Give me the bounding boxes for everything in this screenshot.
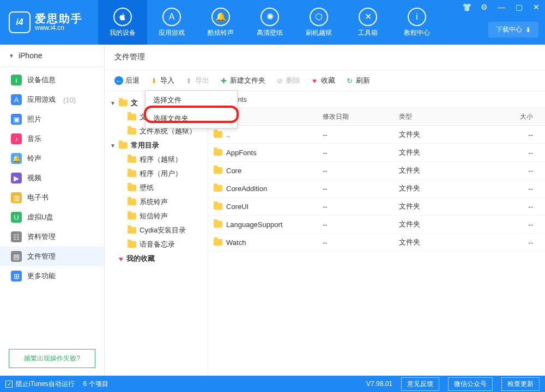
file-type: 文件夹 bbox=[393, 144, 502, 161]
tree-common[interactable]: ▼常用目录 bbox=[107, 138, 205, 152]
sidebar-item-photos[interactable]: ▣照片 bbox=[0, 109, 104, 129]
sidebar-item-music[interactable]: ♪音乐 bbox=[0, 129, 104, 149]
sidebar-item-udisk[interactable]: U虚拟U盘 bbox=[0, 207, 104, 227]
itunes-toggle[interactable]: ✓阻止iTunes自动运行 bbox=[5, 379, 75, 389]
tb-label: 刷新 bbox=[356, 76, 370, 85]
nav-ringtones[interactable]: 🔔 酷炫铃声 bbox=[196, 0, 245, 45]
troubleshoot-link[interactable]: 频繁出现操作失败? bbox=[9, 349, 95, 368]
tree-label: 常用目录 bbox=[131, 140, 159, 150]
table-row[interactable]: CoreAddition--文件夹-- bbox=[208, 180, 545, 198]
table-row[interactable]: ..--文件夹-- bbox=[208, 126, 545, 144]
tb-label: 后退 bbox=[125, 76, 140, 85]
nav-flash[interactable]: ⬡ 刷机越狱 bbox=[294, 0, 343, 45]
file-size: -- bbox=[502, 199, 545, 215]
sidebar-item-more[interactable]: ⊞更多功能 bbox=[0, 266, 104, 286]
nav-wallpapers[interactable]: ✺ 高清壁纸 bbox=[245, 0, 294, 45]
path-bar[interactable]: brary/Fonts bbox=[208, 91, 545, 108]
tree-item[interactable]: 程序（越狱） bbox=[107, 152, 205, 167]
tree-item[interactable]: 短信铃声 bbox=[107, 209, 205, 223]
sidebar-item-data[interactable]: ☷资料管理 bbox=[0, 227, 104, 247]
window-controls: 👕 ⚙ — ▢ ✕ bbox=[458, 0, 545, 14]
table-row[interactable]: LanguageSupport--文件夹-- bbox=[208, 216, 545, 234]
file-size: -- bbox=[502, 217, 545, 232]
back-button[interactable]: ←后退 bbox=[114, 76, 140, 85]
minimize-button[interactable]: — bbox=[493, 0, 510, 14]
export-button[interactable]: ⬆导出 bbox=[184, 76, 209, 85]
folder-icon bbox=[128, 156, 136, 163]
sidebar-item-apps[interactable]: A应用游戏(10) bbox=[0, 90, 104, 109]
newfolder-button[interactable]: ✚新建文件夹 bbox=[219, 76, 265, 85]
sidebar-item-label: 文件管理 bbox=[27, 252, 56, 261]
download-icon: ⬇ bbox=[525, 26, 531, 34]
col-type[interactable]: 类型 bbox=[393, 108, 502, 125]
heart-icon: ♥ bbox=[119, 255, 123, 263]
sidebar-item-label: 应用游戏 bbox=[27, 95, 56, 105]
file-date: -- bbox=[317, 127, 393, 143]
folder-icon bbox=[214, 185, 222, 192]
nav-tutorial[interactable]: i 教程中心 bbox=[392, 0, 441, 45]
tree-item[interactable]: 壁纸 bbox=[107, 181, 205, 195]
sidebar-item-label: 设备信息 bbox=[27, 75, 56, 85]
device-selector[interactable]: ▼ iPhone bbox=[0, 45, 104, 67]
tb-label: 收藏 bbox=[321, 76, 335, 85]
tree-item[interactable]: 系统铃声 bbox=[107, 195, 205, 209]
wechat-button[interactable]: 微信公众号 bbox=[448, 377, 493, 391]
maximize-button[interactable]: ▢ bbox=[510, 0, 528, 14]
sidebar-item-ebooks[interactable]: ▥电子书 bbox=[0, 188, 104, 207]
folder-icon bbox=[119, 100, 128, 106]
table-row[interactable]: CoreUI--文件夹-- bbox=[208, 198, 545, 216]
tree-item[interactable]: 程序（用户） bbox=[107, 167, 205, 181]
flash-icon: ⬡ bbox=[310, 8, 328, 26]
popup-select-file[interactable]: 选择文件 bbox=[146, 91, 237, 109]
sidebar-item-ringtones[interactable]: 🔔铃声 bbox=[0, 149, 104, 168]
sidebar-item-deviceinfo[interactable]: i设备信息 bbox=[0, 70, 104, 90]
popup-select-folder[interactable]: 选择文件夹 bbox=[146, 109, 237, 128]
table-row[interactable]: AppFonts--文件夹-- bbox=[208, 144, 545, 162]
file-name: Core bbox=[226, 167, 241, 175]
folder-icon bbox=[128, 114, 136, 120]
download-center-button[interactable]: 下载中心 ⬇ bbox=[488, 22, 538, 38]
nav-label: 酷炫铃声 bbox=[208, 28, 234, 38]
file-date: -- bbox=[317, 235, 393, 250]
close-button[interactable]: ✕ bbox=[528, 0, 545, 14]
tree-favorites[interactable]: ♥我的收藏 bbox=[107, 252, 205, 266]
table-row[interactable]: Watch--文件夹-- bbox=[208, 234, 545, 252]
checkbox-icon: ✓ bbox=[5, 381, 13, 388]
file-date: -- bbox=[317, 217, 393, 232]
settings-icon[interactable]: ⚙ bbox=[475, 0, 493, 14]
nav-apps[interactable]: A 应用游戏 bbox=[147, 0, 196, 45]
file-type: 文件夹 bbox=[393, 198, 502, 215]
update-button[interactable]: 检查更新 bbox=[501, 377, 540, 391]
col-date[interactable]: 修改日期 bbox=[317, 108, 393, 125]
favorite-button[interactable]: ♥收藏 bbox=[310, 76, 335, 85]
folder-icon bbox=[128, 128, 136, 134]
nav-toolbox[interactable]: ✕ 工具箱 bbox=[343, 0, 392, 45]
table-row[interactable]: Core--文件夹-- bbox=[208, 162, 545, 180]
tree-item[interactable]: 语音备忘录 bbox=[107, 237, 205, 252]
skin-icon[interactable]: 👕 bbox=[458, 0, 475, 14]
tree-label: 语音备忘录 bbox=[140, 240, 175, 249]
newfolder-icon: ✚ bbox=[219, 76, 228, 85]
sidebar-item-files[interactable]: ▤文件管理 bbox=[0, 247, 104, 266]
delete-button[interactable]: ⊘删除 bbox=[275, 76, 300, 85]
feedback-button[interactable]: 意见反馈 bbox=[401, 377, 439, 391]
book-icon: ▥ bbox=[11, 192, 22, 203]
tree-label: 程序（用户） bbox=[140, 169, 182, 179]
sidebar-item-label: 视频 bbox=[27, 173, 41, 183]
sidebar-item-video[interactable]: ▶视频 bbox=[0, 168, 104, 188]
item-count: 6 个项目 bbox=[83, 379, 108, 389]
file-type: 文件夹 bbox=[393, 234, 502, 251]
folder-icon bbox=[128, 170, 136, 177]
sidebar-count: (10) bbox=[63, 96, 76, 104]
col-size[interactable]: 大小 bbox=[502, 108, 545, 125]
nav-my-device[interactable]: 我的设备 bbox=[98, 0, 147, 45]
refresh-button[interactable]: ↻刷新 bbox=[345, 76, 370, 85]
import-button[interactable]: ⬇导入 bbox=[149, 76, 174, 85]
file-name: CoreUI bbox=[226, 203, 249, 211]
bell-icon: 🔔 bbox=[11, 153, 22, 164]
tree-item[interactable]: Cydia安装目录 bbox=[107, 223, 205, 237]
sidebar-item-label: 更多功能 bbox=[27, 271, 56, 281]
main-title: 文件管理 bbox=[105, 45, 545, 70]
caret-icon: ▼ bbox=[110, 143, 116, 149]
tb-label: 导出 bbox=[195, 76, 209, 85]
